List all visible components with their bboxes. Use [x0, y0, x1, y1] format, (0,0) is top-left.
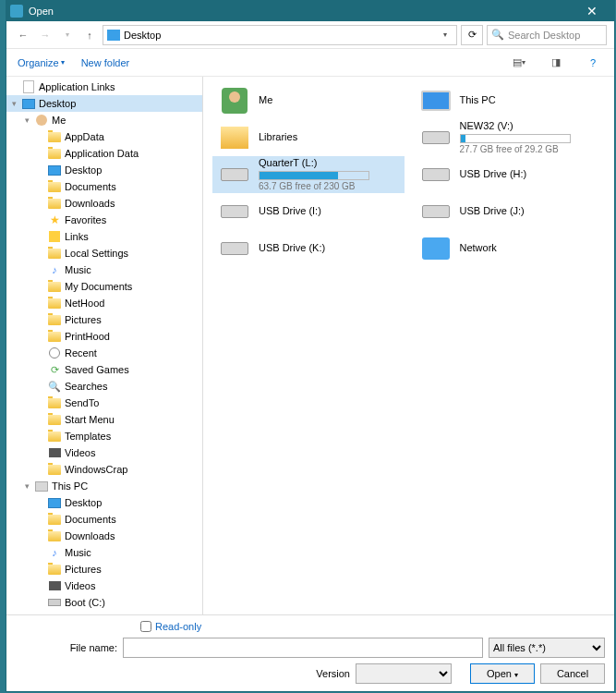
tree-item-label: AppData [65, 131, 104, 142]
pc-icon [417, 86, 454, 116]
forward-button[interactable]: → [36, 26, 54, 44]
folder-icon [47, 313, 62, 326]
open-button[interactable]: Open ▾ [470, 663, 535, 684]
file-item[interactable]: QuarterT (L:)63.7 GB free of 230 GB [212, 156, 405, 193]
tree-item[interactable]: Pictures [6, 561, 202, 578]
help-button[interactable]: ? [583, 53, 603, 73]
space-bar [259, 171, 369, 180]
file-item[interactable]: USB Drive (J:) [414, 193, 606, 230]
tree-item[interactable]: Start Menu [6, 411, 202, 428]
tree-item[interactable]: ▾Desktop [6, 95, 202, 112]
tree-item[interactable]: Templates [6, 428, 202, 444]
new-folder-button[interactable]: New folder [81, 57, 130, 68]
tree-item-label: Pictures [65, 314, 102, 325]
tree-item[interactable]: ▾Me [6, 112, 202, 128]
tree-item[interactable]: WindowsCrap [6, 461, 202, 478]
tree-item[interactable]: ♪Music [6, 544, 202, 561]
tree-item[interactable]: Desktop [6, 162, 202, 178]
filename-input[interactable] [123, 638, 483, 658]
filetype-select[interactable]: All files (*.*) [489, 638, 605, 658]
up-button[interactable]: ↑ [80, 26, 99, 44]
expand-icon[interactable]: ▾ [12, 99, 21, 108]
titlebar[interactable]: Open ✕ [6, 1, 614, 21]
tree-item[interactable]: Downloads [6, 528, 202, 544]
tree-item[interactable]: Downloads [6, 195, 202, 212]
search-icon: 🔍 [47, 380, 62, 393]
file-item[interactable]: USB Drive (H:) [414, 156, 606, 193]
music-icon: ♪ [47, 546, 62, 559]
address-dropdown-icon[interactable]: ▾ [438, 30, 453, 39]
tree-item-label: Pictures [65, 564, 102, 575]
tree-item[interactable]: ⟳Saved Games [6, 361, 202, 378]
version-select[interactable] [356, 663, 452, 684]
tree-item[interactable]: Videos [6, 444, 202, 461]
tree-item[interactable]: NetHood [6, 295, 202, 311]
tree-item[interactable]: Videos [6, 578, 202, 594]
recent-button[interactable]: ▾ [58, 26, 77, 44]
readonly-checkbox[interactable] [140, 621, 151, 632]
folder-icon [47, 280, 62, 293]
tree-item[interactable]: Links [6, 228, 202, 245]
refresh-button[interactable]: ⟳ [461, 25, 483, 45]
cancel-button[interactable]: Cancel [540, 663, 605, 684]
back-button[interactable]: ← [14, 26, 32, 44]
tree-item[interactable]: SendTo [6, 395, 202, 411]
tree-item[interactable]: Pictures [6, 311, 202, 328]
tree-item[interactable]: ★Favorites [6, 212, 202, 228]
item-label: USB Drive (J:) [460, 205, 602, 217]
tree-item[interactable]: Documents [6, 178, 202, 195]
tree-item[interactable]: ▾This PC [6, 478, 202, 494]
file-list[interactable]: MeThis PCLibrariesNEW32 (V:)27.7 GB free… [203, 77, 614, 614]
music-icon: ♪ [47, 263, 62, 276]
video-icon [47, 579, 62, 592]
tree-item[interactable]: Desktop [6, 494, 202, 511]
file-item[interactable]: This PC [414, 82, 606, 119]
tree-item-label: Searches [65, 381, 107, 392]
tree-item[interactable]: AppData [6, 128, 202, 145]
libs-icon [216, 123, 253, 152]
tree-item-label: Me [52, 115, 66, 126]
tree-item-label: Desktop [65, 497, 102, 508]
folder-icon [47, 247, 62, 260]
tree-item[interactable]: Documents [6, 511, 202, 528]
dialog-body: Application Links▾Desktop▾MeAppDataAppli… [6, 77, 614, 614]
folder-icon [47, 130, 62, 143]
tree-item[interactable]: 🔍Searches [6, 378, 202, 395]
preview-pane-button[interactable]: ◨ [546, 53, 566, 73]
tree-item-label: Start Menu [65, 414, 115, 425]
file-item[interactable]: Me [212, 82, 405, 119]
tree-item[interactable]: My Documents [6, 278, 202, 295]
tree-item-label: Documents [65, 181, 116, 192]
folder-tree[interactable]: Application Links▾Desktop▾MeAppDataAppli… [6, 77, 203, 614]
file-item[interactable]: USB Drive (K:) [212, 230, 405, 267]
view-button[interactable]: ▤ ▾ [509, 53, 529, 73]
tree-item[interactable]: Recent [6, 345, 202, 361]
file-item[interactable]: Libraries [212, 119, 405, 156]
expand-icon[interactable]: ▾ [25, 116, 34, 125]
saved-icon: ⟳ [47, 363, 62, 376]
net-icon [417, 234, 454, 263]
readonly-label[interactable]: Read-only [155, 621, 201, 632]
tree-item[interactable]: Local Settings [6, 245, 202, 261]
organize-button[interactable]: Organize ▾ [18, 57, 65, 68]
desktop-icon [47, 164, 62, 176]
close-icon[interactable]: ✕ [574, 4, 610, 18]
address-text: Desktop [124, 30, 434, 41]
tree-item-label: Favorites [65, 214, 106, 225]
file-item[interactable]: USB Drive (I:) [212, 193, 405, 230]
item-label: This PC [460, 94, 602, 106]
tree-item[interactable]: Boot (C:) [6, 594, 202, 611]
file-item[interactable]: NEW32 (V:)27.7 GB free of 29.2 GB [414, 119, 606, 156]
tree-item[interactable]: Application Data [6, 145, 202, 162]
tree-item[interactable]: Application Links [6, 79, 202, 95]
search-input[interactable]: 🔍 Search Desktop [487, 25, 607, 45]
tree-item[interactable]: PrintHood [6, 328, 202, 345]
address-bar[interactable]: Desktop ▾ [103, 25, 457, 45]
file-icon [21, 80, 36, 93]
drive-icon [216, 160, 253, 189]
expand-icon[interactable]: ▾ [25, 481, 34, 491]
file-item[interactable]: Network [414, 230, 606, 267]
open-dialog: Open ✕ ← → ▾ ↑ Desktop ▾ ⟳ 🔍 Search Desk… [6, 0, 615, 692]
item-label: Network [460, 242, 602, 254]
tree-item[interactable]: ♪Music [6, 261, 202, 278]
